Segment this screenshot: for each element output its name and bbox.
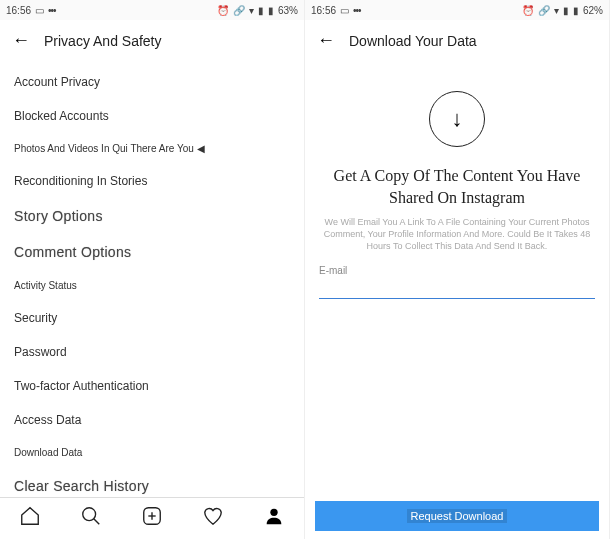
svg-line-1	[94, 519, 100, 525]
menu-comment-options[interactable]: Comment Options	[0, 234, 304, 270]
download-hero: ↓	[305, 91, 609, 147]
header: ← Privacy And Safety	[0, 20, 304, 61]
activity-icon[interactable]	[202, 505, 224, 532]
menu-blocked-accounts[interactable]: Blocked Accounts	[0, 99, 304, 133]
privacy-safety-panel: 16:56 ▭ ••• ⏰ 🔗 ▾ ▮ ▮ 63% ← Privacy And …	[0, 0, 305, 539]
dots-icon: •••	[48, 5, 56, 16]
download-arrow-icon: ↓	[429, 91, 485, 147]
email-input[interactable]	[319, 278, 595, 299]
status-time: 16:56	[6, 5, 31, 16]
email-label: E-mail	[319, 265, 595, 278]
svg-point-0	[83, 508, 96, 521]
alarm-icon: ⏰	[522, 5, 534, 16]
battery-icon: ▮	[573, 5, 579, 16]
link-icon: 🔗	[233, 5, 245, 16]
download-data-panel: 16:56 ▭ ••• ⏰ 🔗 ▾ ▮ ▮ 62% ← Download You…	[305, 0, 610, 539]
rect-icon: ▭	[35, 5, 44, 16]
status-bar: 16:56 ▭ ••• ⏰ 🔗 ▾ ▮ ▮ 62%	[305, 0, 609, 20]
battery-text: 62%	[583, 5, 603, 16]
menu-password[interactable]: Password	[0, 335, 304, 369]
profile-icon[interactable]	[263, 505, 285, 532]
request-download-label: Request Download	[407, 509, 508, 523]
dots-icon: •••	[353, 5, 361, 16]
menu-activity-status[interactable]: Activity Status	[0, 270, 304, 301]
menu-photos-videos[interactable]: Photos And Videos In Qui There Are You ◀	[0, 133, 304, 164]
bottom-nav	[0, 497, 304, 539]
menu-two-factor[interactable]: Two-factor Authentication	[0, 369, 304, 403]
battery-text: 63%	[278, 5, 298, 16]
arrow-down-icon: ↓	[452, 106, 463, 132]
search-icon[interactable]	[80, 505, 102, 532]
settings-menu: Account Privacy Blocked Accounts Photos …	[0, 61, 304, 508]
battery-icon: ▮	[268, 5, 274, 16]
rect-icon: ▭	[340, 5, 349, 16]
email-field-wrap: E-mail	[305, 265, 609, 299]
link-icon: 🔗	[538, 5, 550, 16]
home-icon[interactable]	[19, 505, 41, 532]
header: ← Download Your Data	[305, 20, 609, 61]
menu-account-privacy[interactable]: Account Privacy	[0, 65, 304, 99]
download-heading: Get A Copy Of The Content You Have Share…	[305, 165, 609, 208]
menu-reconditioning[interactable]: Reconditioning In Stories	[0, 164, 304, 198]
status-bar: 16:56 ▭ ••• ⏰ 🔗 ▾ ▮ ▮ 63%	[0, 0, 304, 20]
request-download-button[interactable]: Request Download	[315, 501, 599, 531]
wifi-icon: ▾	[554, 5, 559, 16]
alarm-icon: ⏰	[217, 5, 229, 16]
menu-security[interactable]: Security	[0, 301, 304, 335]
status-time: 16:56	[311, 5, 336, 16]
menu-download-data[interactable]: Download Data	[0, 437, 304, 468]
download-description: We Will Email You A Link To A File Conta…	[305, 208, 609, 264]
menu-access-data[interactable]: Access Data	[0, 403, 304, 437]
add-post-icon[interactable]	[141, 505, 163, 532]
menu-story-options[interactable]: Story Options	[0, 198, 304, 234]
wifi-icon: ▾	[249, 5, 254, 16]
back-arrow-icon[interactable]: ←	[12, 30, 30, 51]
page-title: Privacy And Safety	[44, 33, 162, 49]
svg-point-5	[270, 509, 277, 516]
page-title: Download Your Data	[349, 33, 477, 49]
signal-icon: ▮	[258, 5, 264, 16]
signal-icon: ▮	[563, 5, 569, 16]
back-arrow-icon[interactable]: ←	[317, 30, 335, 51]
